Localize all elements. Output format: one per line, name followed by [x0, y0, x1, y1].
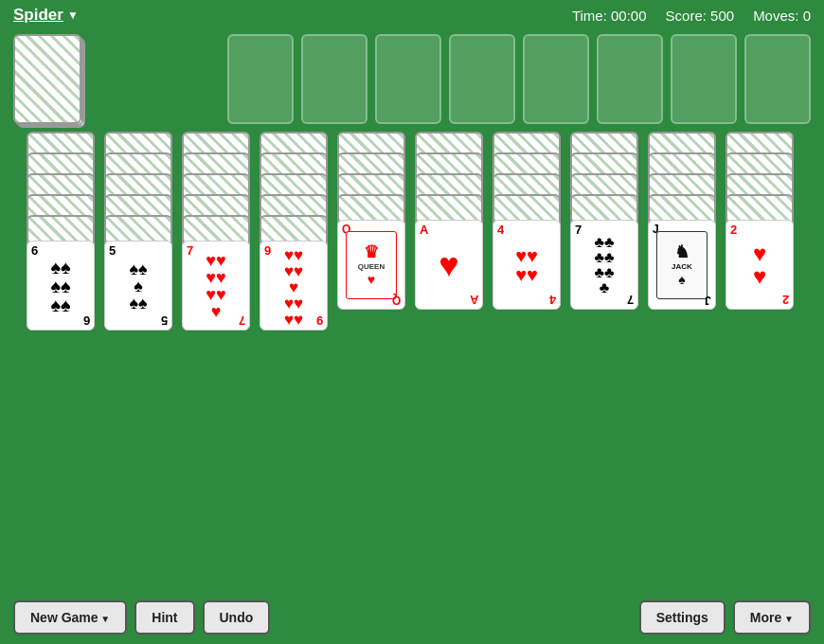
- column-4[interactable]: 9 ♥♥♥♥♥♥♥♥♥ 9: [260, 132, 331, 331]
- column-7[interactable]: 4 ♥♥♥♥ 4: [493, 132, 564, 331]
- card-6s[interactable]: 6 ♠♠♠♠♠♠ 6: [27, 241, 95, 331]
- card-columns: 6 ♠♠♠♠♠♠ 6 5 ♠♠♠♠♠ 5: [0, 132, 824, 331]
- completion-slot-4: [449, 34, 515, 124]
- footer-right-buttons: Settings More: [639, 600, 811, 635]
- completion-slot-2: [301, 34, 367, 124]
- completion-slot-8: [744, 34, 811, 124]
- undo-button[interactable]: Undo: [203, 600, 271, 635]
- card-2h[interactable]: 2 ♥♥ 2: [725, 220, 794, 310]
- column-3[interactable]: 7 ♥♥♥♥♥♥♥ 7: [182, 132, 254, 331]
- column-8[interactable]: 7 ♣♣♣♣♣♣♣ 7: [570, 132, 642, 331]
- completion-slot-6: [597, 34, 663, 124]
- top-row: [0, 30, 824, 128]
- title-dropdown-icon[interactable]: ▼: [67, 9, 79, 22]
- completion-slot-1: [227, 34, 294, 124]
- card-7h[interactable]: 7 ♥♥♥♥♥♥♥ 7: [182, 241, 250, 331]
- card-9h[interactable]: 9 ♥♥♥♥♥♥♥♥♥ 9: [260, 241, 328, 331]
- column-10[interactable]: 2 ♥♥ 2: [725, 132, 797, 331]
- card-qh[interactable]: Q ♛ QUEEN ♥ Q: [337, 220, 405, 310]
- column-9[interactable]: J ♞ JACK ♠ J: [648, 132, 720, 331]
- column-6[interactable]: A ♥ A: [415, 132, 487, 331]
- game-title: Spider: [13, 6, 63, 25]
- card-js[interactable]: J ♞ JACK ♠ J: [648, 220, 716, 310]
- game-title-area[interactable]: Spider ▼: [13, 6, 79, 25]
- completion-slot-3: [375, 34, 441, 124]
- card-4h[interactable]: 4 ♥♥♥♥ 4: [493, 220, 561, 310]
- completion-slot-5: [523, 34, 589, 124]
- game-header: Spider ▼ Time: 00:00 Score: 500 Moves: 0: [0, 0, 824, 30]
- footer: New Game Hint Undo Settings More: [0, 591, 824, 644]
- more-button[interactable]: More: [733, 600, 811, 635]
- new-game-button[interactable]: New Game: [13, 600, 127, 635]
- settings-button[interactable]: Settings: [639, 600, 725, 635]
- stats-area: Time: 00:00 Score: 500 Moves: 0: [572, 8, 811, 24]
- column-5[interactable]: Q ♛ QUEEN ♥ Q: [337, 132, 409, 331]
- card-7c[interactable]: 7 ♣♣♣♣♣♣♣ 7: [570, 220, 638, 310]
- card-ah[interactable]: A ♥ A: [415, 220, 483, 310]
- moves-display: Moves: 0: [753, 8, 811, 24]
- completion-slot-7: [671, 34, 737, 124]
- stock-pile[interactable]: [13, 34, 81, 124]
- hint-button[interactable]: Hint: [134, 600, 194, 635]
- footer-left-buttons: New Game Hint Undo: [13, 600, 270, 635]
- column-1[interactable]: 6 ♠♠♠♠♠♠ 6: [27, 132, 99, 331]
- column-2[interactable]: 5 ♠♠♠♠♠ 5: [104, 132, 176, 331]
- score-display: Score: 500: [666, 8, 735, 24]
- time-display: Time: 00:00: [572, 8, 647, 24]
- completion-slots: [227, 34, 811, 124]
- card-5s[interactable]: 5 ♠♠♠♠♠ 5: [104, 241, 172, 331]
